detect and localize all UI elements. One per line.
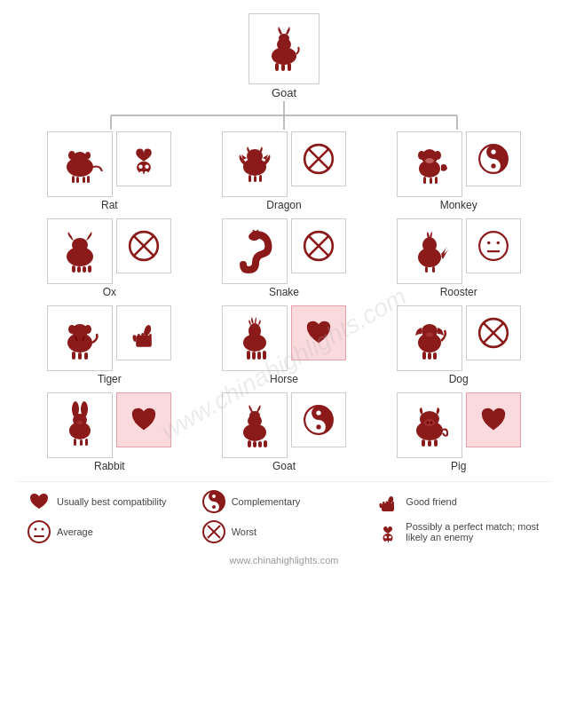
dragon-label: Dragon xyxy=(266,199,301,211)
animal-pair-monkey: Monkey xyxy=(375,131,541,211)
legend-skull-heart-label: Possibly a perfect match; most likely an… xyxy=(406,521,541,542)
svg-point-137 xyxy=(35,528,37,531)
rabbit-label: Rabbit xyxy=(94,460,125,472)
svg-rect-125 xyxy=(422,439,425,447)
svg-rect-86 xyxy=(252,352,256,360)
svg-point-138 xyxy=(42,528,44,531)
rooster-icon xyxy=(406,227,454,275)
rat-icon xyxy=(56,140,104,188)
dog-icon xyxy=(406,314,454,362)
legend-worst-label: Worst xyxy=(232,526,257,537)
svg-point-72 xyxy=(84,325,91,334)
svg-point-38 xyxy=(431,154,435,158)
snake-compat-card xyxy=(291,218,346,273)
complementary-icon-monkey xyxy=(474,139,513,178)
legend-best-label: Usually best compatibility xyxy=(57,496,167,507)
svg-point-14 xyxy=(85,152,91,159)
legend-average-icon xyxy=(27,519,51,544)
top-animal-section: Goat xyxy=(248,13,320,99)
dragon-compat-card xyxy=(291,131,346,186)
animals-grid: Rat xyxy=(18,131,550,472)
svg-point-2 xyxy=(279,34,289,43)
top-animal-label: Goat xyxy=(272,86,296,99)
rabbit-card xyxy=(47,392,113,458)
rabbit-compat-card xyxy=(116,392,171,447)
horse-compat-card xyxy=(291,305,346,360)
svg-point-13 xyxy=(68,151,75,160)
svg-rect-131 xyxy=(382,503,394,511)
rat-compat-card xyxy=(116,131,171,186)
good-friend-icon-tiger xyxy=(124,313,163,352)
svg-rect-63 xyxy=(425,266,428,273)
svg-point-91 xyxy=(424,329,427,332)
svg-point-119 xyxy=(316,424,320,429)
svg-rect-109 xyxy=(85,439,88,446)
svg-rect-81 xyxy=(146,333,148,336)
page: www.chinahighlights.com xyxy=(0,0,568,728)
animal-pair-dog: Dog xyxy=(375,305,541,385)
svg-point-67 xyxy=(496,241,500,245)
worst-icon-dragon xyxy=(299,139,338,178)
top-animal-card xyxy=(248,13,320,84)
pig-compat-card xyxy=(466,392,521,447)
svg-rect-28 xyxy=(254,176,256,182)
svg-rect-127 xyxy=(434,439,438,447)
goat-compat-card xyxy=(291,392,346,447)
svg-rect-80 xyxy=(142,333,145,336)
svg-rect-21 xyxy=(140,171,144,175)
legend-average: Average xyxy=(27,519,193,544)
svg-rect-52 xyxy=(83,266,86,273)
pig-label: Pig xyxy=(451,460,466,472)
svg-rect-79 xyxy=(138,334,140,337)
svg-point-44 xyxy=(491,149,495,154)
svg-rect-94 xyxy=(422,352,426,360)
horse-icon xyxy=(231,314,279,362)
legend-average-label: Average xyxy=(57,526,93,537)
legend-best: Usually best compatibility xyxy=(27,489,193,514)
tiger-label: Tiger xyxy=(98,373,122,385)
complementary-icon-goat xyxy=(299,400,338,439)
svg-rect-53 xyxy=(88,265,91,273)
svg-point-39 xyxy=(425,158,434,163)
tiger-card xyxy=(47,305,113,371)
svg-rect-40 xyxy=(423,177,426,184)
legend-complementary: Complementary xyxy=(201,489,367,514)
best-icon-pig xyxy=(474,400,513,439)
svg-rect-75 xyxy=(72,352,75,360)
rooster-card xyxy=(397,218,462,284)
svg-point-147 xyxy=(389,536,391,539)
legend-thumb-icon xyxy=(375,489,400,514)
svg-point-124 xyxy=(430,422,432,424)
svg-point-49 xyxy=(83,243,85,246)
dog-label: Dog xyxy=(449,373,469,385)
svg-point-66 xyxy=(487,241,491,245)
svg-point-71 xyxy=(68,325,75,334)
dragon-icon xyxy=(231,140,279,188)
svg-rect-27 xyxy=(248,175,251,182)
pig-card xyxy=(397,392,462,458)
svg-point-146 xyxy=(384,536,387,539)
legend-heart-icon xyxy=(27,489,51,514)
average-icon-rooster xyxy=(474,226,513,265)
svg-rect-29 xyxy=(259,175,262,182)
svg-point-123 xyxy=(426,422,429,424)
svg-rect-144 xyxy=(386,541,389,543)
svg-rect-96 xyxy=(433,352,437,360)
goat2-icon xyxy=(231,401,279,449)
svg-rect-134 xyxy=(389,502,391,505)
best-icon-rabbit xyxy=(124,400,163,439)
rabbit-icon xyxy=(56,401,104,449)
legend-worst-icon xyxy=(201,519,226,544)
animal-pair-dragon: Dragon xyxy=(201,131,367,211)
svg-point-65 xyxy=(479,232,508,260)
svg-rect-85 xyxy=(247,351,250,360)
ox-compat-card xyxy=(116,218,171,273)
svg-rect-50 xyxy=(72,265,75,273)
svg-rect-116 xyxy=(264,440,267,447)
animal-pair-rat: Rat xyxy=(27,131,193,211)
goat2-card xyxy=(222,392,288,458)
svg-point-93 xyxy=(426,333,433,337)
svg-rect-133 xyxy=(386,502,389,505)
dog-compat-card xyxy=(466,305,521,360)
horse-label: Horse xyxy=(270,373,298,385)
